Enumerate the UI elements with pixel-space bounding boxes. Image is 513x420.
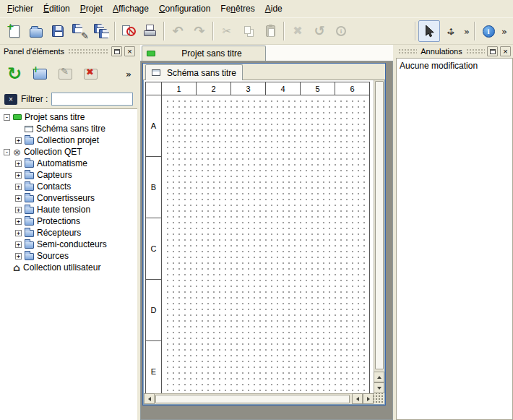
dock-drag-grip[interactable] (466, 48, 485, 54)
scroll-left-button[interactable] (352, 393, 363, 404)
filter-input[interactable] (51, 93, 133, 106)
expander-icon[interactable]: + (15, 160, 22, 167)
edit-element-button[interactable]: ✎ (54, 63, 76, 85)
menu-aide[interactable]: Aide (260, 1, 288, 16)
menu-projet[interactable]: Projet (75, 1, 108, 16)
move-tool-button[interactable]: ↔↕ (440, 20, 462, 42)
project-tab-label: Projet sans titre (163, 48, 261, 59)
select-tool-button[interactable] (418, 20, 440, 42)
diagram-view: 1 2 3 4 5 6 A B C (143, 80, 385, 405)
diagram-canvas[interactable]: 1 2 3 4 5 6 A B C (144, 80, 374, 393)
column-header: 1 (162, 82, 197, 95)
expander-icon[interactable]: + (15, 137, 22, 144)
schema-icon (152, 69, 160, 76)
tree-item-sources[interactable]: +Sources (0, 250, 137, 262)
plus-badge-icon: + (7, 22, 14, 31)
expander-icon[interactable]: + (15, 241, 22, 248)
project-icon (147, 51, 155, 56)
expander-icon[interactable]: + (15, 207, 22, 213)
scroll-left-button[interactable] (144, 393, 155, 404)
expander-icon[interactable]: - (4, 114, 10, 121)
delete-button[interactable]: ✖ (287, 20, 309, 42)
save-as-button[interactable]: ✎ (69, 20, 90, 42)
save-all-button[interactable] (90, 20, 112, 42)
tab-schema-sans-titre[interactable]: Schéma sans titre (145, 64, 243, 80)
menu-affichage[interactable]: Affichage (108, 1, 154, 16)
tree-item-automatisme[interactable]: +Automatisme (0, 158, 137, 169)
menu-fichier[interactable]: Fichier (2, 1, 38, 16)
scroll-down-button[interactable] (374, 382, 384, 393)
folder-icon (25, 230, 34, 237)
close-dock-button[interactable]: × (500, 46, 511, 56)
undo-button[interactable]: ↶ (167, 20, 189, 42)
tree-item-project[interactable]: -Projet sans titre (0, 111, 137, 123)
elements-panel-titlebar[interactable]: Panel d'éléments × (0, 45, 137, 58)
vertical-scrollbar[interactable] (374, 80, 384, 393)
tab-projet-sans-titre[interactable]: Projet sans titre (142, 46, 266, 61)
tree-item-haute-tension[interactable]: +Haute tension (0, 204, 137, 215)
scroll-right-button[interactable] (363, 393, 374, 404)
tree-item-semi-conducteurs[interactable]: +Semi-conducteurs (0, 239, 137, 250)
float-dock-button[interactable] (111, 46, 122, 56)
float-dock-button[interactable] (487, 46, 498, 56)
refresh-icon: ↻ (7, 65, 22, 82)
close-dock-button[interactable]: × (124, 46, 135, 56)
close-document-button[interactable] (118, 20, 139, 42)
expander-icon[interactable]: + (15, 230, 22, 236)
expander-icon[interactable]: - (4, 149, 10, 155)
horizontal-scrollbar[interactable] (144, 393, 374, 404)
menu-configuration[interactable]: Configuration (154, 1, 215, 16)
resize-grip[interactable] (374, 393, 384, 404)
reload-collections-button[interactable]: ↻ (4, 63, 25, 85)
tree-item-recepteurs[interactable]: +Récepteurs (0, 227, 137, 239)
vertical-scrollbar-thumb[interactable] (375, 81, 384, 369)
tree-item-schema[interactable]: Schéma sans titre (0, 123, 137, 134)
rotate-button[interactable]: ↺ (309, 20, 330, 42)
open-project-button[interactable] (25, 20, 47, 42)
delete-element-button[interactable]: ✖ (79, 63, 101, 85)
new-element-button[interactable]: + (29, 63, 51, 85)
column-header: 2 (197, 82, 231, 95)
element-information-button[interactable]: i (330, 20, 352, 42)
tree-item-contacts[interactable]: +Contacts (0, 181, 137, 192)
menu-fenetres[interactable]: Fenêtres (215, 1, 259, 16)
expander-icon[interactable]: + (15, 184, 22, 190)
dock-drag-grip[interactable] (398, 48, 417, 54)
tree-item-capteurs[interactable]: +Capteurs (0, 169, 137, 181)
close-document-icon (121, 25, 136, 38)
toolbar-extension-chevron[interactable]: » (499, 27, 509, 36)
menu-edition[interactable]: Édition (38, 1, 75, 16)
dotted-grid (163, 96, 369, 393)
toolbar-separator (163, 22, 165, 40)
save-button[interactable] (47, 20, 69, 42)
about-qet-button[interactable]: i (478, 20, 499, 42)
redo-button[interactable]: ↷ (189, 20, 210, 42)
float-icon (114, 49, 120, 54)
toolbar-extension-chevron[interactable]: » (462, 27, 472, 36)
main-area: Panel d'éléments × ↻ + ✎ ✖ » × Filtrer :… (0, 45, 513, 420)
copy-button[interactable] (238, 20, 259, 42)
cut-button[interactable]: ✂ (216, 20, 238, 42)
expander-icon[interactable]: + (15, 195, 22, 202)
tree-item-collection-projet[interactable]: +Collection projet (0, 134, 137, 146)
new-document-button[interactable]: + (4, 20, 25, 42)
paste-button[interactable] (259, 20, 281, 42)
clear-filter-icon[interactable]: × (4, 94, 17, 105)
undo-history-list[interactable]: Aucune modification (396, 58, 513, 420)
qelectrotech-window: Fichier Édition Projet Affichage Configu… (0, 0, 513, 420)
expander-icon[interactable]: + (15, 172, 22, 179)
tree-item-convertisseurs[interactable]: +Convertisseurs (0, 192, 137, 204)
horizontal-scrollbar-thumb[interactable] (155, 395, 350, 403)
dock-drag-grip[interactable] (68, 48, 109, 54)
tree-item-collection-qet[interactable]: -⊗Collection QET (0, 146, 137, 158)
elements-panel-toolbar: ↻ + ✎ ✖ » (0, 58, 137, 90)
print-button[interactable] (139, 20, 161, 42)
undo-panel-titlebar[interactable]: Annulations × (396, 45, 513, 58)
expander-icon[interactable]: + (15, 253, 22, 260)
tree-item-label: Projet sans titre (25, 112, 85, 122)
panel-toolbar-extension-chevron[interactable]: » (126, 69, 134, 79)
expander-icon[interactable]: + (15, 218, 22, 225)
tree-item-collection-utilisateur[interactable]: ⌂Collection utilisateur (0, 262, 137, 273)
scroll-up-button[interactable] (374, 372, 384, 382)
tree-item-protections[interactable]: +Protections (0, 215, 137, 227)
